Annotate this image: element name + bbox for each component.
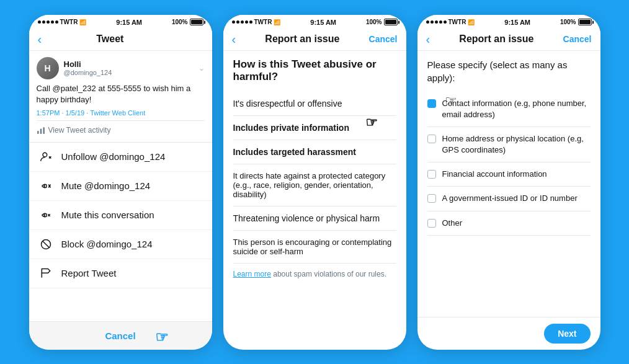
- battery-2: [384, 19, 398, 25]
- checkbox-label-0: Contact information (e.g, phone number, …: [442, 98, 591, 120]
- checkbox-2[interactable]: [427, 170, 436, 179]
- svg-rect-1: [40, 129, 41, 134]
- checkbox-item-3[interactable]: A government-issued ID or ID number: [427, 187, 591, 211]
- user-handle: @domingo_124: [64, 69, 112, 76]
- block-label: Block @domingo_124: [61, 239, 153, 249]
- time-3: 9:15 AM: [504, 19, 530, 26]
- status-bar-3: TWTR 📶 9:15 AM 100%: [417, 15, 600, 29]
- report-label: Report Tweet: [61, 268, 117, 278]
- checkbox-item-1[interactable]: Home address or physical location (e.g, …: [427, 127, 591, 162]
- status-right: 100%: [172, 19, 203, 25]
- svg-rect-0: [37, 131, 38, 134]
- report-option-3[interactable]: It directs hate against a protected cate…: [233, 164, 396, 206]
- carrier-3: TWTR: [448, 19, 466, 25]
- tweet-header: H Holli @domingo_124 ⌄: [37, 57, 205, 79]
- menu-list: Unfollow @domingo_124 Mute @domingo_124 …: [29, 143, 212, 321]
- checkbox-label-2: Financial account information: [442, 169, 547, 180]
- mute-user-icon: [39, 179, 53, 193]
- back-button-2[interactable]: ‹: [232, 32, 236, 47]
- cursor-hand-icon: ☞: [155, 329, 169, 346]
- time-2: 9:15 AM: [310, 19, 336, 26]
- learn-more: Learn more about spam violations of our …: [233, 270, 396, 278]
- tweet-text: Call @patel_232 at 555-5555 to wish him …: [37, 83, 205, 105]
- report-option-1[interactable]: Includes private information ☞: [233, 116, 396, 140]
- signal-dots: [38, 20, 58, 24]
- back-button[interactable]: ‹: [38, 32, 42, 47]
- specify-content: Please specify (select as many as apply)…: [417, 51, 600, 317]
- battery-3: [578, 19, 592, 25]
- report-option-5[interactable]: This person is encouraging or contemplat…: [233, 231, 396, 264]
- checkbox-label-3: A government-issued ID or ID number: [442, 193, 578, 204]
- menu-item-mute-user[interactable]: Mute @domingo_124: [29, 172, 212, 201]
- wifi-icon-2: 📶: [274, 19, 280, 25]
- mute-conversation-label: Mute this conversation: [61, 210, 154, 220]
- svg-rect-9: [44, 213, 46, 216]
- carrier-2: TWTR: [254, 19, 272, 25]
- checkbox-item-4[interactable]: Other: [427, 211, 591, 236]
- battery-icon: [190, 19, 203, 25]
- tweet-client: Twitter Web Client: [90, 109, 145, 117]
- phone-2: TWTR 📶 9:15 AM 100% ‹ Report an issue Ca…: [223, 15, 406, 350]
- wifi-icon: 📶: [79, 19, 86, 25]
- tweet-activity[interactable]: View Tweet activity: [37, 120, 205, 137]
- mute-user-label: Mute @domingo_124: [61, 180, 151, 191]
- svg-rect-6: [44, 184, 46, 187]
- status-bar-2: TWTR 📶 9:15 AM 100%: [223, 15, 406, 29]
- carrier-label: TWTR: [60, 19, 78, 25]
- svg-line-13: [42, 241, 50, 248]
- phone-3: TWTR 📶 9:15 AM 100% ‹ Report an issue Ca…: [417, 15, 600, 350]
- cursor-hand-2: ☞: [365, 115, 378, 131]
- svg-rect-2: [43, 127, 44, 134]
- avatar: H: [37, 57, 59, 79]
- report-question: How is this Tweet abusive or harmful?: [233, 58, 396, 83]
- tweet-area: H Holli @domingo_124 ⌄ Call @patel_232 a…: [29, 51, 212, 143]
- status-bar-1: TWTR 📶 9:15 AM 100%: [29, 15, 212, 29]
- cancel-nav-3[interactable]: Cancel: [563, 34, 592, 44]
- next-bar: Next: [417, 317, 600, 350]
- nav-title: Tweet: [96, 33, 123, 45]
- tweet-meta: 1:57PM · 1/5/19 · Twitter Web Client: [37, 109, 205, 117]
- learn-more-link[interactable]: Learn more: [233, 270, 271, 278]
- status-time: 9:15 AM: [116, 19, 142, 26]
- wifi-icon-3: 📶: [468, 19, 475, 25]
- user-info: Holli @domingo_124: [64, 60, 112, 76]
- menu-item-block[interactable]: Block @domingo_124: [29, 230, 212, 259]
- checkbox-item-2[interactable]: Financial account information: [427, 162, 591, 187]
- report-option-4[interactable]: Threatening violence or physical harm: [233, 206, 396, 231]
- user-name: Holli: [64, 60, 112, 69]
- cancel-nav-2[interactable]: Cancel: [369, 34, 398, 44]
- back-button-3[interactable]: ‹: [426, 32, 430, 47]
- battery-percent: 100%: [172, 19, 188, 25]
- menu-item-report[interactable]: Report Tweet: [29, 259, 212, 288]
- report-content: How is this Tweet abusive or harmful? It…: [223, 51, 406, 350]
- cancel-button[interactable]: Cancel ☞: [29, 321, 212, 350]
- checkbox-label-1: Home address or physical location (e.g, …: [442, 133, 591, 156]
- report-icon: [39, 267, 53, 280]
- nav-title-3: Report an issue: [459, 33, 533, 45]
- status-left: TWTR 📶: [38, 19, 87, 25]
- checkbox-1[interactable]: [427, 135, 436, 143]
- nav-title-2: Report an issue: [265, 33, 339, 45]
- menu-item-mute-conversation[interactable]: Mute this conversation: [29, 201, 212, 230]
- next-button[interactable]: Next: [544, 324, 590, 344]
- specify-title: Please specify (select as many as apply)…: [427, 58, 591, 84]
- svg-point-3: [43, 153, 47, 157]
- nav-bar-1: ‹ Tweet: [29, 29, 212, 51]
- unfollow-label: Unfollow @domingo_124: [61, 151, 166, 162]
- mute-conversation-icon: [39, 208, 53, 222]
- checkbox-4[interactable]: [427, 219, 436, 228]
- checkbox-3[interactable]: [427, 194, 436, 203]
- report-option-0[interactable]: It's disrespectful or offensive: [233, 92, 396, 116]
- report-option-2[interactable]: Includes targeted harassment: [233, 140, 396, 164]
- tweet-user: H Holli @domingo_124: [37, 57, 112, 79]
- checkbox-label-4: Other: [442, 218, 463, 229]
- phone-1: TWTR 📶 9:15 AM 100% ‹ Tweet H Holli @dom…: [29, 15, 212, 350]
- menu-item-unfollow[interactable]: Unfollow @domingo_124: [29, 143, 212, 172]
- block-icon: [39, 237, 53, 251]
- activity-icon: [37, 126, 45, 135]
- nav-bar-3: ‹ Report an issue Cancel: [417, 29, 600, 51]
- checkbox-0[interactable]: [427, 99, 436, 108]
- checkbox-item-0[interactable]: Contact information (e.g, phone number, …: [427, 92, 591, 127]
- nav-bar-2: ‹ Report an issue Cancel: [223, 29, 406, 51]
- unfollow-icon: [39, 150, 53, 164]
